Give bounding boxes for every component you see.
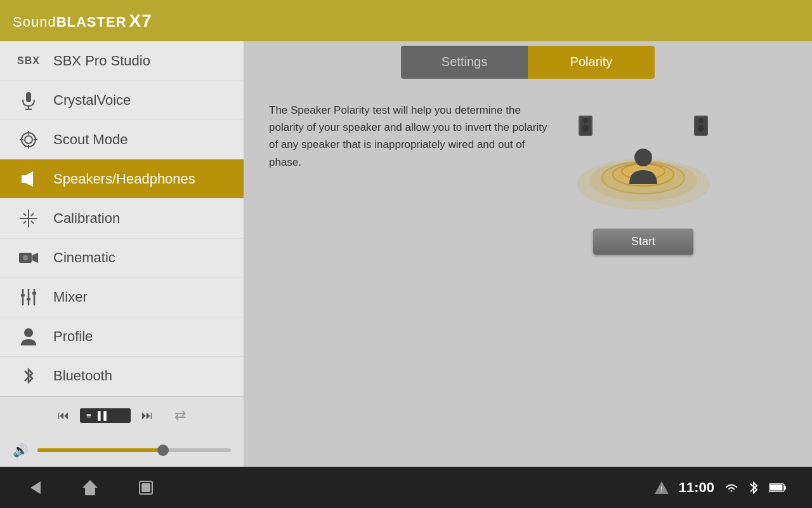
bottom-nav-right: ! 11:00 [655, 479, 787, 496]
sidebar-label-scout-mode: Scout Mode [53, 131, 128, 148]
battery-icon [769, 483, 787, 493]
status-time: 11:00 [679, 479, 714, 496]
svg-point-42 [698, 125, 704, 131]
sidebar-item-profile[interactable]: Profile [0, 318, 244, 357]
target-icon [13, 131, 44, 149]
svg-rect-24 [27, 298, 30, 300]
sidebar-label-calibration: Calibration [53, 210, 120, 227]
person-icon [13, 328, 44, 345]
home-button[interactable] [81, 479, 99, 497]
logo-blaster: BLASTER [56, 14, 127, 30]
main-layout: SBX SBX Pro Studio CrystalVoice [0, 41, 812, 467]
tab-polarity[interactable]: Polarity [528, 46, 655, 79]
volume-fill [37, 448, 163, 452]
sidebar-label-speakers: Speakers/Headphones [53, 171, 195, 187]
volume-icon: 🔊 [13, 443, 29, 458]
polarity-description: The Speaker Polarity test will help you … [269, 102, 548, 171]
svg-rect-0 [26, 92, 31, 102]
sidebar-label-profile: Profile [53, 328, 93, 345]
bottom-nav-left [25, 479, 155, 497]
sidebar-item-calibration[interactable]: Calibration [0, 199, 244, 238]
tab-bar: Settings Polarity [244, 41, 812, 83]
svg-line-15 [23, 221, 26, 224]
svg-point-19 [23, 255, 28, 260]
content-body: The Speaker Polarity test will help you … [244, 83, 812, 467]
svg-marker-10 [25, 171, 33, 187]
sidebar-label-bluetooth: Bluetooth [53, 368, 112, 384]
svg-line-13 [23, 213, 26, 216]
logo: SoundBLASTERX7 [13, 11, 152, 31]
sidebar-item-speakers-headphones[interactable]: Speakers/Headphones [0, 159, 244, 199]
app-header: SoundBLASTERX7 [0, 0, 812, 41]
logo-sound: Sound [13, 14, 56, 30]
crosshair-icon [13, 210, 44, 227]
sidebar-item-sbx-pro-studio[interactable]: SBX SBX Pro Studio [0, 41, 244, 81]
playback-display: ≡▐▐ [80, 408, 131, 423]
svg-marker-18 [32, 253, 38, 263]
sidebar-bottom: ⏮ ≡▐▐ ⏭ ⇄ 🔊 [0, 396, 244, 467]
sidebar-label-mixer: Mixer [53, 289, 88, 305]
volume-thumb[interactable] [157, 444, 169, 456]
svg-marker-44 [30, 481, 41, 494]
content-area: Settings Polarity The Speaker Polarity t… [244, 41, 812, 467]
sidebar: SBX SBX Pro Studio CrystalVoice [0, 41, 244, 467]
svg-point-26 [24, 328, 33, 337]
sidebar-label-cinematic: Cinematic [53, 250, 115, 266]
svg-point-37 [583, 118, 588, 123]
mic-icon [13, 91, 44, 110]
prev-button[interactable]: ⏮ [53, 405, 74, 425]
sidebar-item-crystalvoice[interactable]: CrystalVoice [0, 81, 244, 120]
wifi-icon [724, 483, 738, 493]
sidebar-label-sbx: SBX Pro Studio [53, 53, 150, 69]
svg-point-43 [634, 149, 652, 166]
svg-rect-51 [784, 486, 786, 490]
svg-rect-25 [32, 292, 36, 295]
svg-rect-9 [22, 175, 25, 183]
back-button[interactable] [25, 479, 43, 497]
sidebar-item-bluetooth[interactable]: Bluetooth [0, 357, 244, 396]
volume-control: 🔊 [0, 434, 244, 467]
sidebar-item-mixer[interactable]: Mixer [0, 278, 244, 318]
logo-x7: X7 [129, 11, 152, 30]
volume-track[interactable] [37, 448, 231, 452]
svg-point-41 [698, 118, 704, 123]
playback-controls: ⏮ ≡▐▐ ⏭ ⇄ [0, 397, 244, 434]
svg-marker-45 [82, 480, 98, 495]
bottom-nav: ! 11:00 [0, 467, 812, 508]
start-button[interactable]: Start [593, 229, 693, 255]
svg-rect-52 [770, 485, 783, 490]
svg-point-4 [25, 136, 32, 144]
shuffle-button[interactable]: ⇄ [170, 405, 190, 425]
sbx-icon: SBX [13, 55, 44, 67]
svg-rect-23 [21, 294, 25, 297]
svg-point-38 [582, 125, 589, 131]
speaker-diagram [573, 102, 713, 216]
sidebar-item-scout-mode[interactable]: Scout Mode [0, 120, 244, 159]
sidebar-label-crystalvoice: CrystalVoice [53, 92, 131, 109]
svg-text:!: ! [660, 485, 662, 494]
svg-line-14 [31, 213, 34, 216]
speaker-visual: Start [573, 102, 713, 255]
mixer-icon [13, 289, 44, 305]
svg-point-3 [22, 133, 36, 147]
bluetooth-status-icon [749, 481, 759, 495]
svg-line-16 [31, 221, 34, 224]
svg-rect-47 [142, 484, 150, 491]
sidebar-item-cinematic[interactable]: Cinematic [0, 239, 244, 278]
camera-icon [13, 250, 44, 265]
recents-button[interactable] [137, 479, 155, 497]
bluetooth-icon [13, 367, 44, 385]
tab-settings[interactable]: Settings [401, 46, 528, 79]
next-button[interactable]: ⏭ [137, 405, 157, 425]
speaker-icon [13, 170, 44, 188]
alert-icon: ! [655, 481, 669, 495]
